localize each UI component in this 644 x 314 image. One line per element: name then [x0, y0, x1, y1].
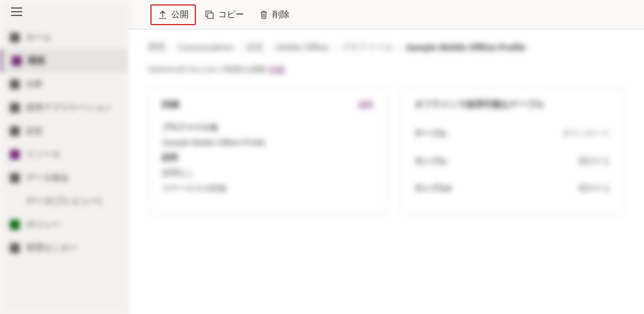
sidebar-item-environments[interactable]: 環境 — [0, 49, 128, 73]
table-row[interactable]: サンプル 選択する — [415, 148, 610, 175]
sidebar-item-admin-center[interactable]: 管理センター — [0, 236, 128, 260]
sidebar-item-settings[interactable]: 設定 — [0, 119, 128, 143]
copy-icon — [205, 10, 214, 20]
field-label: プロファイル名 — [162, 120, 374, 135]
breadcrumb-current: Sample Mobile Offline Profile — [406, 42, 526, 52]
field-value: Sample Mobile Offline Profile — [162, 135, 374, 151]
sidebar: ホーム 環境 分析 請求アプリケーション 設定 リソース データ統合 データ(プ… — [0, 0, 128, 314]
edit-link[interactable]: 編集 — [358, 99, 374, 110]
learn-more-link[interactable]: 詳細 — [269, 65, 285, 74]
sidebar-item-billing[interactable]: 請求アプリケーション — [0, 96, 128, 119]
trash-icon — [259, 10, 269, 20]
sidebar-item-data-integration[interactable]: データ統合 — [0, 166, 128, 190]
sidebar-item-resources[interactable]: リソース — [0, 143, 128, 166]
toolbar: 公開 コピー 削除 — [128, 0, 644, 30]
table-row[interactable]: サンプル2 選択する — [415, 175, 610, 203]
delete-button[interactable]: 削除 — [253, 6, 296, 24]
main-content: 公開 コピー 削除 環境› Conexosdemo› 設定› Mobile Of… — [128, 0, 644, 314]
subtitle: Deliversoft Go-Live の情報を調整 詳細 — [148, 64, 624, 75]
copy-label: コピー — [218, 9, 244, 20]
breadcrumb-item[interactable]: プロファイル — [341, 42, 393, 53]
tables-panel: オフラインで使用可能なテーブル テーブル ダウンロード サンプル 選択する サン… — [401, 87, 624, 214]
sidebar-item-home[interactable]: ホーム — [0, 26, 128, 49]
breadcrumb-item[interactable]: Conexosdemo — [178, 42, 234, 52]
sidebar-item-data-preview[interactable]: データ(プレビュー) — [0, 190, 128, 213]
svg-rect-1 — [208, 13, 213, 18]
publish-label: 公開 — [171, 9, 189, 20]
sidebar-item-policies[interactable]: ポリシー — [0, 213, 128, 236]
details-panel: 詳細 編集 プロファイル名 Sample Mobile Offline Prof… — [148, 87, 388, 214]
field-value: 説明なし — [162, 166, 374, 181]
hamburger-menu[interactable] — [11, 7, 22, 16]
sidebar-item-analytics[interactable]: 分析 — [0, 73, 128, 96]
publish-button[interactable]: 公開 — [150, 4, 196, 25]
copy-button[interactable]: コピー — [198, 6, 250, 24]
breadcrumb-item[interactable]: 設定 — [247, 42, 264, 53]
panel-title: 詳細 — [162, 99, 179, 110]
breadcrumb-item[interactable]: 環境 — [148, 42, 165, 53]
delete-label: 削除 — [272, 9, 290, 20]
table-row: テーブル ダウンロード — [415, 120, 610, 148]
field-label: ステータスの詳細 — [162, 181, 374, 196]
breadcrumb-item[interactable]: Mobile Offline — [276, 42, 328, 52]
panel-title: オフラインで使用可能なテーブル — [415, 99, 544, 110]
content-area: 環境› Conexosdemo› 設定› Mobile Offline› プロフ… — [128, 30, 644, 314]
field-label: 説明 — [162, 150, 374, 166]
upload-icon — [158, 10, 168, 20]
breadcrumb: 環境› Conexosdemo› 設定› Mobile Offline› プロフ… — [148, 42, 624, 53]
